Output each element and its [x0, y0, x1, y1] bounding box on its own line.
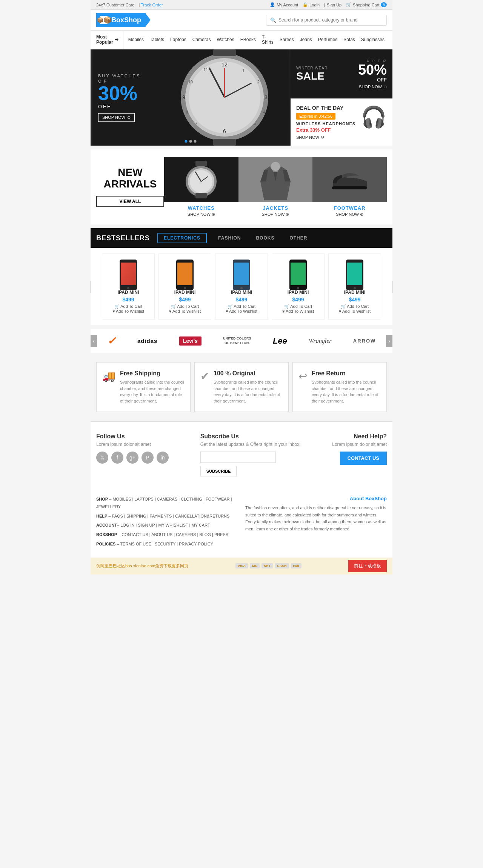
tab-fashion[interactable]: FASHION [214, 234, 245, 243]
nav-sunglasses[interactable]: Sunglasses [358, 33, 388, 46]
contact-us-button[interactable]: CONTACT US [340, 452, 387, 465]
logo[interactable]: 📦 BoxShop [96, 13, 151, 27]
search-input[interactable] [278, 17, 383, 23]
nav-jeans[interactable]: Jeans [297, 33, 315, 46]
nav-cameras[interactable]: Cameras [189, 33, 214, 46]
hero-text: BUY WATCHES O F 30% OFF SHOP NOW ⊙ [98, 74, 140, 122]
add-to-wishlist-2[interactable]: ♥ Add To Wishlist [163, 309, 207, 313]
tab-other[interactable]: OTHER [286, 234, 311, 243]
social-pinterest[interactable]: P [142, 452, 154, 464]
payment-net: NET [261, 563, 273, 568]
svg-point-31 [127, 287, 129, 289]
footer-link-blog[interactable]: BLOG [199, 532, 211, 537]
add-to-cart-1[interactable]: 🛒 Add To Cart [106, 304, 151, 309]
jackets-shop-now[interactable]: SHOP NOW ⊙ [238, 212, 313, 217]
hero-dot-3[interactable] [194, 140, 197, 143]
tab-books[interactable]: BOOKS [252, 234, 278, 243]
footer-link-payments[interactable]: PAYMENTS [149, 514, 172, 518]
my-account[interactable]: 👤 My Account [270, 2, 298, 7]
nav-ebooks[interactable]: EBooks [237, 33, 259, 46]
brands-next[interactable]: › [386, 335, 392, 347]
add-to-wishlist-3[interactable]: ♥ Add To Wishlist [219, 309, 264, 313]
hero-dot-2[interactable] [189, 140, 192, 143]
svg-text:1: 1 [242, 68, 245, 73]
footer-link-contact[interactable]: CONTACT US [122, 532, 148, 537]
svg-rect-20 [195, 161, 207, 166]
hero-dots [185, 140, 197, 143]
footer-link-press[interactable]: PRESS [214, 532, 228, 537]
bestsellers-prev[interactable]: ‹ [91, 281, 91, 293]
add-to-cart-5[interactable]: 🛒 Add To Cart [332, 304, 377, 309]
add-to-wishlist-4[interactable]: ♥ Add To Wishlist [276, 309, 320, 313]
nav-sofas[interactable]: Sofas [340, 33, 358, 46]
hero-dot-1[interactable] [185, 140, 188, 143]
footer-link-login[interactable]: LOG IN [120, 523, 134, 527]
footer-shop-links: SHOP – MOBILES | LAPTOPS | CAMERAS | CLO… [96, 496, 238, 511]
hero-off: OFF [98, 104, 140, 109]
footer-link-signup[interactable]: SIGN UP [138, 523, 155, 527]
svg-point-37 [240, 287, 243, 289]
hero-shop-now[interactable]: SHOP NOW ⊙ [98, 113, 135, 122]
footer-link-mobiles[interactable]: MOBILES [112, 497, 131, 501]
view-all-button[interactable]: VIEW ALL [96, 196, 164, 207]
add-to-cart-4[interactable]: 🛒 Add To Cart [276, 304, 320, 309]
svg-text:8: 8 [186, 110, 188, 114]
product-price-3: $499 [219, 297, 264, 303]
footer-link-laptops[interactable]: LAPTOPS [134, 497, 154, 501]
add-to-cart-3[interactable]: 🛒 Add To Cart [219, 304, 264, 309]
sale-shop-now[interactable]: SHOP NOW ⊙ [358, 84, 387, 89]
watches-shop-now[interactable]: SHOP NOW ⊙ [164, 212, 238, 217]
subscribe-subtitle: Get the latest updates & Offers right in… [200, 442, 301, 447]
svg-text:10: 10 [188, 80, 193, 84]
template-download-button[interactable]: 前往下载模板 [348, 560, 387, 572]
footer-about: About BoxShop The fashion never alters, … [245, 496, 387, 550]
subscribe-email-input[interactable] [200, 452, 276, 463]
footer-link-terms[interactable]: TERMS OF USE [120, 542, 151, 546]
nav-laptops[interactable]: Laptops [167, 33, 189, 46]
subscribe-button[interactable]: SUBSCRIBE [200, 466, 237, 476]
nav-tshirts[interactable]: T-Shirts [259, 31, 277, 49]
footer-top: Follow Us Lorem ipsum dolor sit amet 𝕏 f… [91, 421, 392, 488]
footwear-shop-now[interactable]: SHOP NOW ⊙ [312, 212, 387, 217]
footer-link-cart[interactable]: MY CART [192, 523, 210, 527]
social-facebook[interactable]: f [111, 452, 123, 464]
jackets-image [238, 157, 313, 202]
feature-shipping: 🚚 Free Shipping Syphogrants called into … [96, 362, 191, 412]
footer-link-about[interactable]: ABOUT US [151, 532, 172, 537]
add-to-wishlist-1[interactable]: ♥ Add To Wishlist [106, 309, 151, 313]
footer-link-privacy[interactable]: PRIVACY POLICY [179, 542, 213, 546]
search-box[interactable]: 🔍 [266, 15, 387, 26]
footer-link-security[interactable]: SECURITY [155, 542, 175, 546]
nav-tablets[interactable]: Tablets [147, 33, 167, 46]
brands-prev[interactable]: ‹ [91, 335, 97, 347]
social-linkedin[interactable]: in [157, 452, 169, 464]
signup-link[interactable]: | Sign Up [324, 3, 341, 7]
nav: Most Popular ➜ Mobiles Tablets Laptops C… [91, 31, 392, 49]
payment-emi: EMI [291, 563, 301, 568]
footer-link-footwear[interactable]: FOOTWEAR [206, 497, 230, 501]
footer-link-cameras[interactable]: CAMERAS [157, 497, 177, 501]
deal-title: DEAL OF THE DAY [296, 105, 355, 111]
add-to-cart-2[interactable]: 🛒 Add To Cart [163, 304, 207, 309]
nav-mobiles[interactable]: Mobiles [125, 33, 147, 46]
footer-link-clothing[interactable]: CLOTHING [181, 497, 202, 501]
nav-watches[interactable]: Watches [214, 33, 237, 46]
footer-link-jewellery[interactable]: JEWELLERY [96, 504, 121, 509]
track-order[interactable]: Track Order [141, 3, 163, 7]
tab-electronics[interactable]: ELECTRONICS [157, 233, 207, 243]
login-link[interactable]: 🔒 Login [303, 2, 320, 7]
footer-link-careers[interactable]: CAREERS [176, 532, 196, 537]
social-google[interactable]: g+ [126, 452, 138, 464]
footer-link-cancellation[interactable]: CANCELLATION&RETURNS [175, 514, 229, 518]
shopping-cart[interactable]: 🛒 Shopping Cart 5 [346, 2, 387, 7]
nav-sarees[interactable]: Sarees [277, 33, 297, 46]
social-twitter[interactable]: 𝕏 [96, 452, 108, 464]
footer-link-faqs[interactable]: FAQS [112, 514, 123, 518]
add-to-wishlist-5[interactable]: ♥ Add To Wishlist [332, 309, 377, 313]
svg-rect-19 [213, 49, 236, 56]
bestsellers-next[interactable]: › [392, 281, 392, 293]
nav-perfumes[interactable]: Perfumes [315, 33, 340, 46]
footer-link-wishlist[interactable]: MY WHISHLIST [158, 523, 188, 527]
deal-shop-now[interactable]: SHOP NOW ⊙ [296, 135, 355, 140]
footer-link-shipping[interactable]: SHIPPING [126, 514, 146, 518]
